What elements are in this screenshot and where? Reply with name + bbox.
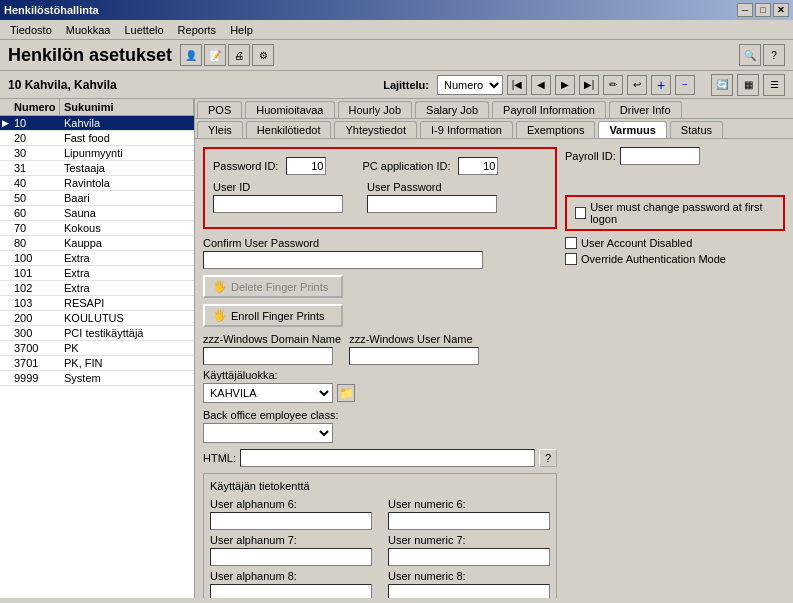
nav-last[interactable]: ▶|: [579, 75, 599, 95]
menu-luettelo[interactable]: Luettelo: [118, 22, 169, 38]
pc-app-id-input[interactable]: [458, 157, 498, 175]
tab-yhteystiedot[interactable]: Yhteystiedot: [334, 121, 417, 138]
password-id-input[interactable]: [286, 157, 326, 175]
list-item[interactable]: 9999 System: [0, 371, 194, 386]
minimize-button[interactable]: ─: [737, 3, 753, 17]
nav-prev[interactable]: ◀: [531, 75, 551, 95]
user-fields-title: Käyttäjän tietokenttä: [210, 480, 550, 492]
list-item[interactable]: 100 Extra: [0, 251, 194, 266]
nav-next[interactable]: ▶: [555, 75, 575, 95]
settings-icon[interactable]: ⚙: [252, 44, 274, 66]
print-icon[interactable]: 🖨: [228, 44, 250, 66]
tab-payroll-info[interactable]: Payroll Information: [492, 101, 606, 118]
employee-num: 200: [10, 311, 60, 325]
list-item[interactable]: 20 Fast food: [0, 131, 194, 146]
employee-name: Kokous: [60, 221, 105, 235]
tab-driver-info[interactable]: Driver Info: [609, 101, 682, 118]
list-item[interactable]: 30 Lipunmyynti: [0, 146, 194, 161]
back-office-select[interactable]: [203, 423, 333, 443]
html-input[interactable]: [240, 449, 535, 467]
sort-select[interactable]: Numero: [437, 75, 503, 95]
col-header-sukunimi: Sukunimi: [60, 99, 194, 115]
edit-icon[interactable]: 📝: [204, 44, 226, 66]
person-icon[interactable]: 👤: [180, 44, 202, 66]
tab-i9[interactable]: I-9 Information: [420, 121, 513, 138]
list-item[interactable]: 102 Extra: [0, 281, 194, 296]
tab-salary-job[interactable]: Salary Job: [415, 101, 489, 118]
user-id-input[interactable]: [213, 195, 343, 213]
tab-pos[interactable]: POS: [197, 101, 242, 118]
tab-huomioitavaa[interactable]: Huomioitavaa: [245, 101, 334, 118]
refresh-icon[interactable]: 🔄: [711, 74, 733, 96]
list-item[interactable]: 40 Ravintola: [0, 176, 194, 191]
list-item[interactable]: 3700 PK: [0, 341, 194, 356]
list-item[interactable]: 60 Sauna: [0, 206, 194, 221]
enroll-fp-button[interactable]: 🖐 Enroll Finger Prints: [203, 304, 343, 327]
help-question-button[interactable]: ?: [539, 449, 557, 467]
nav-undo[interactable]: ↩: [627, 75, 647, 95]
user-group-select[interactable]: KAHVILA: [203, 383, 333, 403]
override-auth-checkbox[interactable]: [565, 253, 577, 265]
tab-yleis[interactable]: Yleis: [197, 121, 243, 138]
list-item[interactable]: ▶ 10 Kahvila: [0, 116, 194, 131]
list-item[interactable]: 50 Baari: [0, 191, 194, 206]
list-item[interactable]: 101 Extra: [0, 266, 194, 281]
list-item[interactable]: 31 Testaaja: [0, 161, 194, 176]
user-name-input[interactable]: [349, 347, 479, 365]
grid-icon[interactable]: ▦: [737, 74, 759, 96]
user-alphanum7-input[interactable]: [210, 548, 372, 566]
search-icon[interactable]: 🔍: [739, 44, 761, 66]
nav-add[interactable]: +: [651, 75, 671, 95]
nav-edit[interactable]: ✏: [603, 75, 623, 95]
employee-num: 70: [10, 221, 60, 235]
row-indicator: ▶: [0, 116, 10, 130]
account-disabled-checkbox[interactable]: [565, 237, 577, 249]
override-auth-row: Override Authentication Mode: [565, 253, 785, 265]
payroll-id-input[interactable]: [620, 147, 700, 165]
user-alphanum8-row: User alphanum 8:: [210, 570, 372, 598]
tab-status[interactable]: Status: [670, 121, 723, 138]
user-alphanum8-input[interactable]: [210, 584, 372, 598]
header-icons: 👤 📝 🖨 ⚙: [180, 44, 274, 66]
maximize-button[interactable]: □: [755, 3, 771, 17]
folder-icon[interactable]: 📁: [337, 384, 355, 402]
list-item[interactable]: 80 Kauppa: [0, 236, 194, 251]
tab-varmuus[interactable]: Varmuus: [598, 121, 666, 138]
close-button[interactable]: ✕: [773, 3, 789, 17]
tab-row-2: Yleis Henkilötiedot Yhteystiedot I-9 Inf…: [195, 119, 793, 139]
tab-exemptions[interactable]: Exemptions: [516, 121, 595, 138]
html-label: HTML:: [203, 452, 236, 464]
user-alphanum6-input[interactable]: [210, 512, 372, 530]
user-password-input[interactable]: [367, 195, 497, 213]
menu-reports[interactable]: Reports: [172, 22, 223, 38]
delete-fp-button[interactable]: 🖐 Delete Finger Prints: [203, 275, 343, 298]
menu-muokkaa[interactable]: Muokkaa: [60, 22, 117, 38]
list-item[interactable]: 103 RESAPI: [0, 296, 194, 311]
user-numeric7-input[interactable]: [388, 548, 550, 566]
tab-henkilotiedot[interactable]: Henkilötiedot: [246, 121, 332, 138]
sort-label: Lajittelu:: [383, 79, 429, 91]
list-item[interactable]: 300 PCI testikäyttäjä: [0, 326, 194, 341]
tab-row-1: POS Huomioitavaa Hourly Job Salary Job P…: [195, 99, 793, 119]
nav-delete[interactable]: −: [675, 75, 695, 95]
employee-name: Extra: [60, 281, 94, 295]
confirm-password-input[interactable]: [203, 251, 483, 269]
user-numeric8-input[interactable]: [388, 584, 550, 598]
list-item[interactable]: 200 KOULUTUS: [0, 311, 194, 326]
domain-name-input[interactable]: [203, 347, 333, 365]
password-section: Password ID: PC application ID: User ID: [203, 147, 557, 229]
delete-fp-label: Delete Finger Prints: [231, 281, 328, 293]
list-icon[interactable]: ☰: [763, 74, 785, 96]
help-icon[interactable]: ?: [763, 44, 785, 66]
must-change-checkbox[interactable]: [575, 207, 586, 219]
tab-hourly-job[interactable]: Hourly Job: [338, 101, 413, 118]
list-item[interactable]: 3701 PK, FIN: [0, 356, 194, 371]
user-numeric6-input[interactable]: [388, 512, 550, 530]
menu-tiedosto[interactable]: Tiedosto: [4, 22, 58, 38]
employee-num: 30: [10, 146, 60, 160]
menu-help[interactable]: Help: [224, 22, 259, 38]
nav-first[interactable]: |◀: [507, 75, 527, 95]
must-change-button[interactable]: User must change password at first logon: [565, 195, 785, 231]
row-indicator: [0, 236, 10, 250]
list-item[interactable]: 70 Kokous: [0, 221, 194, 236]
